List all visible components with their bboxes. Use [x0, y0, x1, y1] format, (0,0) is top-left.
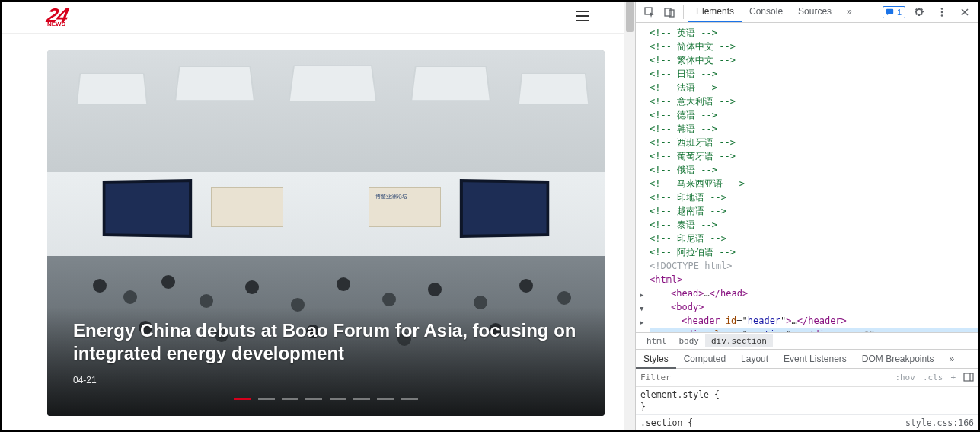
crumb-body[interactable]: body — [673, 334, 706, 347]
issues-count: 1 — [897, 8, 902, 17]
sidebar-toggle-icon[interactable] — [963, 373, 974, 383]
tab-sources[interactable]: Sources — [790, 2, 839, 22]
more-tabs-icon[interactable]: » — [839, 2, 860, 22]
dom-comment[interactable]: <!-- 俄语 --> — [650, 163, 978, 177]
breadcrumb-bar: html body div.section — [636, 332, 978, 349]
hero-overlay: Energy China debuts at Boao Forum for As… — [47, 307, 605, 416]
issues-badge[interactable]: 1 — [883, 6, 905, 18]
hero-bg-sign-right — [369, 187, 441, 227]
styles-body[interactable]: element.style { } .section { style.css:1… — [636, 387, 978, 430]
site-header: 24 NEWS — [2, 2, 635, 34]
hero-bg-sign-left — [211, 187, 283, 227]
settings-gear-icon[interactable] — [910, 3, 928, 21]
carousel-dot[interactable] — [330, 398, 346, 400]
svg-rect-2 — [576, 20, 589, 21]
close-devtools-icon[interactable] — [956, 3, 974, 21]
rule-source-link[interactable]: style.css:166 — [905, 417, 974, 429]
svg-rect-9 — [964, 373, 973, 381]
dom-comment[interactable]: <!-- 马来西亚语 --> — [650, 177, 978, 190]
head-node[interactable]: ▶<head>…</head> — [650, 286, 978, 300]
carousel-dot[interactable] — [353, 398, 370, 400]
carousel-dots — [73, 392, 579, 402]
site-logo[interactable]: 24 NEWS — [47, 7, 68, 27]
hero-wrap: Energy China debuts at Boao Forum for As… — [2, 34, 635, 430]
dom-comment[interactable]: <!-- 韩语 --> — [650, 122, 978, 136]
dom-comment[interactable]: <!-- 泰语 --> — [650, 218, 978, 232]
carousel-dot[interactable] — [258, 398, 275, 400]
scrollbar-thumb[interactable] — [626, 2, 634, 32]
dom-comment[interactable]: <!-- 意大利语 --> — [650, 94, 978, 108]
rule-close-brace: } — [640, 401, 974, 413]
section-node-selected[interactable]: ▶<div class="section">…</div> == $0 — [650, 328, 978, 332]
styles-filter-bar: :hov .cls + — [636, 369, 978, 387]
crumb-section[interactable]: div.section — [705, 334, 773, 347]
styles-tab-computed[interactable]: Computed — [676, 350, 733, 368]
doctype-node[interactable]: <!DOCTYPE html> — [650, 259, 978, 273]
inspect-element-icon[interactable] — [640, 3, 659, 21]
devtools-tabs: Elements Console Sources » — [688, 2, 860, 22]
dom-comment[interactable]: <!-- 印尼语 --> — [650, 232, 978, 245]
cls-toggle[interactable]: .cls — [923, 373, 943, 382]
svg-point-7 — [941, 11, 943, 13]
styles-tabs: Styles Computed Layout Event Listeners D… — [636, 349, 978, 369]
hov-toggle[interactable]: :hov — [895, 373, 915, 382]
dom-comment[interactable]: <!-- 日语 --> — [650, 67, 978, 81]
dom-comment[interactable]: <!-- 英语 --> — [650, 26, 978, 40]
hero-date: 04-21 — [73, 375, 579, 386]
dom-comment[interactable]: <!-- 阿拉伯语 --> — [650, 245, 978, 259]
hero-slide[interactable]: Energy China debuts at Boao Forum for As… — [47, 50, 605, 416]
rule-selector[interactable]: element.style — [640, 389, 709, 400]
styles-tab-styles[interactable]: Styles — [636, 350, 676, 369]
svg-rect-1 — [576, 15, 589, 17]
dom-comment[interactable]: <!-- 法语 --> — [650, 81, 978, 94]
svg-rect-0 — [576, 11, 589, 12]
carousel-dot[interactable] — [401, 398, 418, 400]
tab-elements[interactable]: Elements — [688, 2, 742, 22]
page-scrollbar[interactable] — [624, 2, 635, 430]
hero-bg-screen-left — [103, 179, 192, 238]
dom-comment[interactable]: <!-- 德语 --> — [650, 108, 978, 122]
tab-console[interactable]: Console — [742, 2, 790, 22]
hero-bg-screen-right — [460, 179, 549, 238]
carousel-dot[interactable] — [234, 398, 251, 400]
body-open-tag[interactable]: ▼<body> — [650, 300, 978, 314]
dom-comment[interactable]: <!-- 葡萄牙语 --> — [650, 149, 978, 163]
device-toolbar-icon[interactable] — [660, 3, 678, 21]
website-pane: 24 NEWS — [2, 2, 635, 430]
devtools-toolbar: Elements Console Sources » 1 — [636, 2, 978, 23]
hero-headline: Energy China debuts at Boao Forum for As… — [73, 319, 579, 364]
header-node[interactable]: ▶<header id="header">…</header> — [650, 314, 978, 328]
carousel-dot[interactable] — [282, 398, 298, 400]
styles-tab-eventlisteners[interactable]: Event Listeners — [776, 350, 854, 368]
carousel-dot[interactable] — [377, 398, 394, 400]
kebab-menu-icon[interactable] — [933, 3, 951, 21]
dom-comment[interactable]: <!-- 简体中文 --> — [650, 40, 978, 53]
logo-main: 24 — [46, 7, 70, 24]
styles-tab-layout[interactable]: Layout — [733, 350, 776, 368]
html-open-tag[interactable]: <html> — [650, 273, 978, 286]
hero-bg-ceiling — [47, 50, 605, 172]
dom-comment[interactable]: <!-- 越南语 --> — [650, 204, 978, 218]
dom-comment[interactable]: <!-- 西班牙语 --> — [650, 136, 978, 149]
svg-point-6 — [941, 8, 943, 10]
styles-tab-more-icon[interactable]: » — [942, 350, 962, 368]
new-rule-button[interactable]: + — [950, 373, 956, 382]
styles-filter-input[interactable] — [640, 373, 887, 382]
devtools-pane: Elements Console Sources » 1 — [635, 2, 978, 430]
carousel-dot[interactable] — [305, 398, 322, 400]
dom-comment[interactable]: <!-- 印地语 --> — [650, 190, 978, 204]
dom-comment[interactable]: <!-- 繁体中文 --> — [650, 53, 978, 67]
svg-point-8 — [941, 14, 943, 17]
rule-selector[interactable]: .section — [640, 418, 682, 428]
elements-tree[interactable]: <!-- 英语 --> <!-- 简体中文 --> <!-- 繁体中文 --> … — [636, 23, 978, 332]
styles-tab-dombreakpoints[interactable]: DOM Breakpoints — [854, 350, 942, 368]
hamburger-menu-icon[interactable] — [576, 11, 589, 24]
crumb-html[interactable]: html — [640, 334, 673, 347]
